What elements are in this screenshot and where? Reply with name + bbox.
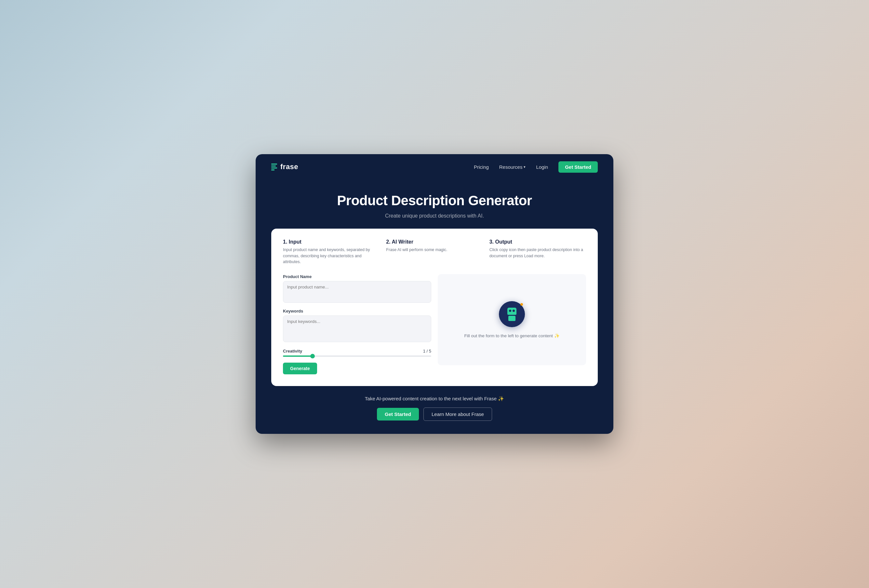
generate-button[interactable]: Generate — [283, 363, 317, 374]
product-name-label: Product Name — [283, 274, 431, 279]
product-name-field: Product Name — [283, 274, 431, 304]
step-3-desc: Click copy icon then paste product descr… — [489, 247, 586, 259]
creativity-slider[interactable] — [283, 355, 431, 357]
step-1: 1. Input Input product name and keywords… — [283, 239, 380, 265]
step-2-label: 2. AI Writer — [386, 239, 483, 245]
step-2: 2. AI Writer Frase AI will perform some … — [386, 239, 483, 265]
logo-icon — [271, 164, 277, 170]
step-3-label: 3. Output — [489, 239, 586, 245]
navbar: frase Pricing Resources ▾ Login Get Star… — [256, 154, 613, 180]
nav-resources[interactable]: Resources ▾ — [499, 164, 526, 170]
slider-thumb[interactable] — [310, 354, 315, 358]
step-1-label: 1. Input — [283, 239, 380, 245]
footer-cta-text: Take AI-powered content creation to the … — [271, 396, 598, 401]
logo: frase — [271, 163, 298, 171]
chevron-down-icon: ▾ — [523, 165, 526, 169]
step-2-desc: Frase AI will perform some magic. — [386, 247, 483, 253]
robot-body — [507, 308, 516, 321]
input-form: Product Name Keywords Creativity 1 / 5 G… — [283, 274, 431, 374]
output-empty-text: Fill out the form to the left to generat… — [464, 333, 559, 338]
footer-cta: Take AI-powered content creation to the … — [256, 386, 613, 434]
content-area: Product Name Keywords Creativity 1 / 5 G… — [283, 274, 586, 374]
robot-dot-icon — [521, 303, 523, 306]
cta-buttons: Get Started Learn More about Frase — [271, 407, 598, 421]
output-panel: Fill out the form to the left to generat… — [438, 274, 586, 365]
step-1-desc: Input product name and keywords, separat… — [283, 247, 380, 265]
page-title: Product Description Generator — [271, 193, 598, 209]
slider-fill — [283, 355, 313, 357]
logo-text: frase — [280, 163, 298, 171]
steps-header: 1. Input Input product name and keywords… — [283, 239, 586, 265]
nav-login[interactable]: Login — [536, 164, 548, 170]
nav-get-started-button[interactable]: Get Started — [558, 161, 598, 173]
main-card: 1. Input Input product name and keywords… — [271, 229, 598, 386]
creativity-row: Creativity 1 / 5 — [283, 349, 431, 354]
keywords-input[interactable] — [283, 315, 431, 342]
hero-section: Product Description Generator Create uni… — [256, 180, 613, 229]
page-subtitle: Create unique product descriptions with … — [271, 213, 598, 219]
keywords-label: Keywords — [283, 309, 431, 314]
keywords-field: Keywords — [283, 309, 431, 344]
product-name-input[interactable] — [283, 281, 431, 303]
creativity-value: 1 / 5 — [423, 349, 431, 354]
footer-get-started-button[interactable]: Get Started — [377, 408, 419, 421]
creativity-label: Creativity — [283, 349, 302, 354]
nav-pricing[interactable]: Pricing — [474, 164, 489, 170]
sparkle-icon: ✨ — [554, 333, 560, 338]
footer-learn-more-button[interactable]: Learn More about Frase — [423, 407, 492, 421]
robot-torso-icon — [508, 316, 516, 321]
app-window: frase Pricing Resources ▾ Login Get Star… — [256, 154, 613, 434]
robot-head-icon — [507, 308, 516, 315]
nav-links: Pricing Resources ▾ Login Get Started — [474, 161, 598, 173]
step-3: 3. Output Click copy icon then paste pro… — [489, 239, 586, 265]
robot-avatar — [499, 301, 525, 327]
